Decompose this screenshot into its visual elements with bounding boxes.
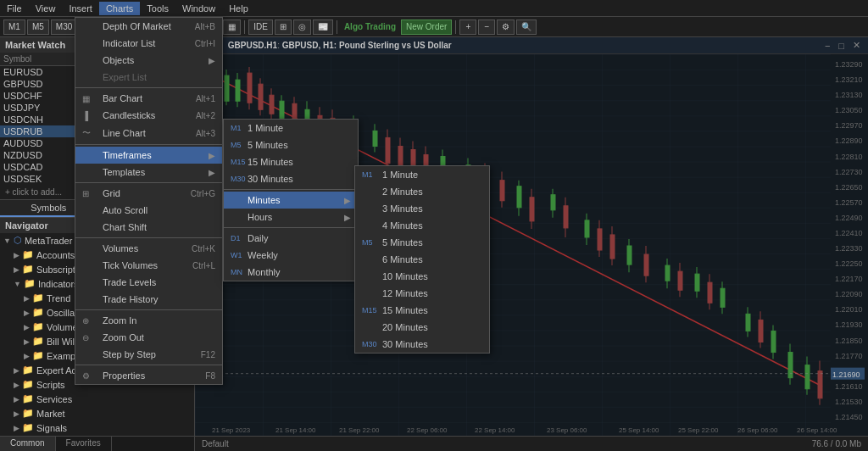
menu-item-label-bar: Bar Chart [103, 93, 142, 103]
tf-sub-hours[interactable]: Hours ▶ [224, 209, 358, 226]
btn-news[interactable]: 📰 [313, 19, 333, 35]
menu-shortcut-depth: Alt+B [195, 22, 215, 31]
menu-view[interactable]: View [29, 2, 63, 15]
tf-sub-w1[interactable]: W1 Weekly [224, 247, 358, 264]
sep3 [337, 20, 337, 34]
tf-sub-m1[interactable]: M1 1 Minute [224, 120, 358, 136]
menu-shortcut-step: F12 [201, 350, 215, 359]
min-sub-4[interactable]: 4 Minutes [355, 217, 489, 234]
btn-ide[interactable]: IDE [248, 19, 273, 35]
tf-sub-mn[interactable]: MN Monthly [224, 264, 358, 281]
menu-item-templates[interactable]: Templates ▶ [75, 164, 222, 181]
nav-bottom-tabs: Common Favorites [0, 436, 194, 451]
min-sub-3[interactable]: 3 Minutes [355, 200, 489, 217]
svg-text:25 Sep 14:00: 25 Sep 14:00 [619, 426, 659, 434]
menu-file[interactable]: File [0, 2, 29, 15]
nav-services[interactable]: ▶ 📁 Services [0, 392, 194, 406]
tf-label-minutes: Minutes [248, 195, 281, 205]
svg-text:1.22170: 1.22170 [835, 275, 863, 283]
menu-window[interactable]: Window [175, 2, 222, 15]
nav-arrow-bw: ▶ [24, 337, 30, 346]
menu-item-zoomin[interactable]: ⊕ Zoom In [75, 312, 222, 329]
tf-sub-m30[interactable]: M30 30 Minutes [224, 170, 358, 187]
menu-item-zoomout[interactable]: ⊖ Zoom Out [75, 329, 222, 346]
menu-item-stepbystep[interactable]: Step by Step F12 [75, 346, 222, 363]
tf-code-m30: M30 [231, 175, 244, 183]
svg-text:1.21930: 1.21930 [835, 320, 863, 329]
min-label-12: 12 Minutes [382, 288, 428, 298]
btn-zoom-in[interactable]: + [459, 19, 476, 35]
menu-item-label-tradehist: Trade History [103, 294, 159, 304]
tf-m1[interactable]: M1 [3, 19, 25, 35]
chart-maximize-btn[interactable]: □ [836, 40, 847, 51]
btn-search[interactable]: 🔍 [516, 19, 537, 35]
tf-sub-m5[interactable]: M5 5 Minutes [224, 136, 358, 153]
nav-arrow-ex: ▶ [24, 352, 30, 360]
bar-chart-icon: ▦ [82, 94, 96, 103]
menu-item-autoscroll[interactable]: Auto Scroll [75, 202, 222, 219]
tf-label-weekly: Weekly [248, 250, 278, 260]
btn-zoom-out[interactable]: − [478, 19, 495, 35]
min-sub-15[interactable]: M15 15 Minutes [355, 302, 489, 319]
menu-item-chartshift[interactable]: Chart Shift [75, 219, 222, 236]
nav-label-services: Services [36, 394, 72, 404]
menu-item-tradehistory[interactable]: Trade History [75, 291, 222, 308]
min-sub-5[interactable]: M5 5 Minutes [355, 234, 489, 251]
menu-item-tradelevels[interactable]: Trade Levels [75, 274, 222, 291]
min-sub-1[interactable]: M1 1 Minute [355, 166, 489, 183]
menu-item-properties[interactable]: ⚙ Properties F8 [75, 367, 222, 384]
svg-text:1.23210: 1.23210 [835, 75, 863, 84]
menu-charts[interactable]: Charts [99, 2, 140, 15]
tf-sub-d1[interactable]: D1 Daily [224, 230, 358, 247]
btn-new-order[interactable]: New Order [401, 19, 452, 35]
btn-props[interactable]: ⚙ [497, 19, 515, 35]
tf-sub-m15[interactable]: M15 15 Minutes [224, 153, 358, 170]
menu-item-depth-of-market[interactable]: Depth Of Market Alt+B [75, 18, 222, 35]
min-label-15: 15 Minutes [382, 305, 428, 315]
min-sub-20[interactable]: 20 Minutes [355, 319, 489, 336]
nav-tab-common[interactable]: Common [0, 437, 56, 451]
menu-shortcut-volumes: Ctrl+K [192, 244, 215, 253]
svg-text:1.22570: 1.22570 [835, 198, 863, 207]
menu-item-candlesticks[interactable]: ▐ Candlesticks Alt+2 [75, 107, 222, 124]
nav-tab-favorites[interactable]: Favorites [56, 437, 112, 451]
nav-label-market: Market [36, 409, 65, 419]
nav-arrow-scripts: ▶ [14, 381, 19, 389]
svg-text:1.22090: 1.22090 [835, 290, 863, 298]
tf-code-w1: W1 [231, 251, 244, 259]
tf-m30[interactable]: M30 [51, 19, 77, 35]
chart-close-btn[interactable]: ✕ [850, 40, 863, 51]
tf-m5[interactable]: M5 [27, 19, 49, 35]
menu-insert[interactable]: Insert [62, 2, 99, 15]
nav-arrow-trend: ▶ [24, 294, 30, 303]
chart-minimize-btn[interactable]: − [822, 40, 832, 51]
nav-signals[interactable]: ▶ 📁 Signals [0, 420, 194, 435]
tf-sub-minutes[interactable]: Minutes ▶ [224, 192, 358, 209]
min-sub-6[interactable]: 6 Minutes [355, 251, 489, 268]
menu-item-bar-chart[interactable]: ▦ Bar Chart Alt+1 [75, 90, 222, 107]
min-sub-30[interactable]: M30 30 Minutes [355, 336, 489, 353]
btn-signal[interactable]: ◎ [293, 19, 311, 35]
btn-indicator[interactable]: ⊞ [275, 19, 292, 35]
min-sub-10[interactable]: 10 Minutes [355, 268, 489, 285]
menu-help[interactable]: Help [222, 2, 255, 15]
chart-type-bar[interactable]: ▦ [223, 19, 241, 35]
candlestick-icon: ▐ [82, 111, 96, 120]
menu-item-line-chart[interactable]: 〜 Line Chart Alt+3 [75, 124, 222, 142]
menu-item-grid[interactable]: ⊞ Grid Ctrl+G [75, 185, 222, 202]
min-sub-12[interactable]: 12 Minutes [355, 285, 489, 302]
menu-item-objects[interactable]: Objects ▶ [75, 52, 222, 69]
nav-arrow-osc: ▶ [24, 309, 30, 317]
menu-tools[interactable]: Tools [140, 2, 175, 15]
tf-sep-2 [224, 227, 358, 228]
market-watch-title: Market Watch [5, 40, 65, 50]
menu-item-indicator-list[interactable]: Indicator List Ctrl+I [75, 35, 222, 52]
menu-item-timeframes[interactable]: Timeframes ▶ [75, 147, 222, 164]
menu-item-label-volumes: Volumes [103, 243, 138, 253]
menu-item-label-timeframes: Timeframes [103, 150, 152, 160]
menu-item-tickvolumes[interactable]: Tick Volumes Ctrl+L [75, 257, 222, 274]
nav-market[interactable]: ▶ 📁 Market [0, 406, 194, 420]
menu-item-volumes[interactable]: Volumes Ctrl+K [75, 240, 222, 257]
svg-text:1.22010: 1.22010 [835, 305, 863, 314]
min-sub-2[interactable]: 2 Minutes [355, 183, 489, 200]
